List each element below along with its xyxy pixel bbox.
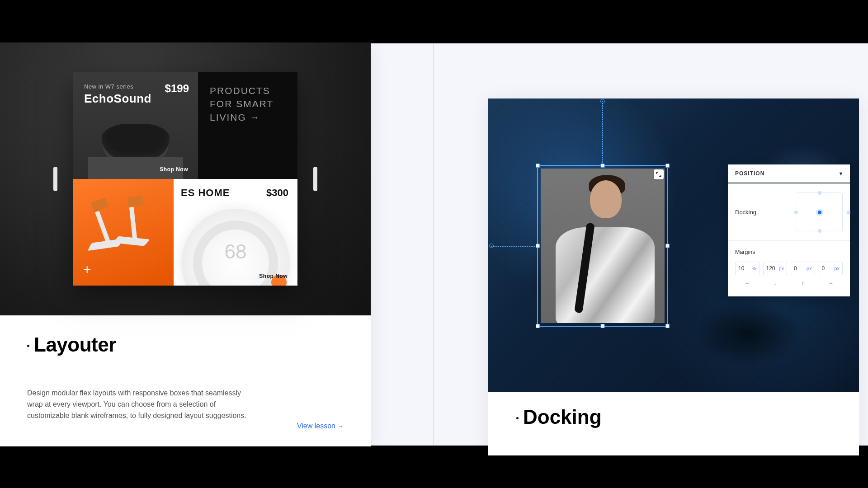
tile-echosound[interactable]: New in W7 series EchoSound $199 Shop Now [73, 72, 198, 179]
docking-label: Docking [735, 209, 756, 216]
carousel-next-handle[interactable] [313, 167, 317, 191]
selected-element-frame[interactable] [537, 165, 668, 327]
resize-handle[interactable] [601, 324, 605, 328]
card-title: Docking [523, 406, 602, 428]
docking-hero: POSITION ▾ Docking [488, 99, 859, 392]
tile-heading[interactable]: PRODUCTS FOR SMART LIVING → [198, 72, 297, 179]
arrow-left-icon: ← [735, 280, 760, 286]
margin-inputs: 10% 120px 0px 0px [735, 262, 843, 275]
arrow-right-icon: → [819, 280, 843, 286]
margin-input-left[interactable]: 10% [735, 262, 760, 275]
tile-stands[interactable]: + [73, 179, 174, 286]
alignment-guide-horizontal [491, 246, 537, 247]
margin-input-bottom[interactable]: 0px [819, 262, 843, 275]
bullet-icon [516, 417, 519, 419]
arrow-up-icon: ↑ [791, 280, 815, 286]
link-text: View lesson [297, 422, 335, 430]
docking-body: Docking [488, 392, 859, 455]
alignment-guide-vertical [602, 101, 603, 165]
content-row: New in W7 series EchoSound $199 Shop Now… [0, 43, 868, 446]
shop-now-link[interactable]: Shop Now [160, 166, 188, 173]
stand-illustration [84, 202, 114, 251]
arrow-down-icon: ↓ [763, 280, 788, 286]
product-price: $199 [165, 82, 189, 95]
layouter-card: New in W7 series EchoSound $199 Shop Now… [0, 42, 371, 446]
thermostat-reading: 68 [225, 240, 247, 263]
panel-title: POSITION [735, 170, 764, 177]
resize-handle[interactable] [665, 244, 670, 248]
margin-direction-indicators: ← ↓ ↑ → [735, 280, 843, 286]
margin-input-right[interactable]: 0px [791, 262, 815, 275]
resize-handle[interactable] [601, 164, 605, 168]
resize-handle[interactable] [536, 164, 540, 168]
arrow-right-icon: → [337, 422, 344, 430]
card-description: Design modular flex layouts with respons… [27, 388, 258, 421]
dock-point-left[interactable] [794, 211, 798, 214]
expand-icon[interactable] [654, 169, 664, 179]
view-lesson-link[interactable]: View lesson→ [297, 422, 344, 430]
docking-grid[interactable] [796, 192, 843, 231]
add-icon[interactable]: + [83, 262, 91, 277]
dock-point-center[interactable] [818, 211, 821, 214]
margins-label: Margins [735, 249, 843, 255]
margin-input-top[interactable]: 120px [763, 262, 788, 275]
dock-point-right[interactable] [847, 211, 850, 214]
card-title: Layouter [34, 333, 116, 356]
dock-point-bottom[interactable] [818, 229, 821, 233]
layouter-body: Layouter Design modular flex layouts wit… [0, 315, 371, 446]
column-layouter: New in W7 series EchoSound $199 Shop Now… [0, 43, 434, 446]
model-image [541, 169, 665, 323]
bullet-icon [27, 345, 29, 347]
card-title-row: Layouter [27, 333, 344, 356]
docking-card: POSITION ▾ Docking [488, 99, 859, 455]
resize-handle[interactable] [665, 164, 670, 168]
margins-row: Margins 10% 120px 0px 0px ← ↓ ↑ → [728, 241, 850, 296]
product-name: ES HOME [181, 187, 230, 199]
chevron-down-icon: ▾ [840, 170, 843, 177]
dock-point-top[interactable] [818, 191, 821, 195]
resize-handle[interactable] [536, 244, 540, 248]
card-title-row: Docking [516, 406, 831, 428]
product-price: $300 [266, 187, 288, 199]
panel-header[interactable]: POSITION ▾ [728, 164, 850, 183]
speaker-illustration [102, 124, 170, 159]
shop-now-link[interactable]: Shop Now [259, 273, 288, 279]
layouter-hero: New in W7 series EchoSound $199 Shop Now… [0, 42, 371, 315]
docking-row: Docking [728, 183, 850, 241]
resize-handle[interactable] [536, 324, 540, 328]
column-docking: POSITION ▾ Docking [434, 43, 868, 446]
position-panel: POSITION ▾ Docking [728, 164, 850, 296]
carousel-prev-handle[interactable] [53, 167, 57, 191]
stand-illustration [115, 198, 144, 245]
tile-es-home[interactable]: ES HOME $300 68 Shop Now [174, 179, 297, 286]
product-carousel: New in W7 series EchoSound $199 Shop Now… [73, 72, 297, 286]
resize-handle[interactable] [665, 324, 670, 328]
